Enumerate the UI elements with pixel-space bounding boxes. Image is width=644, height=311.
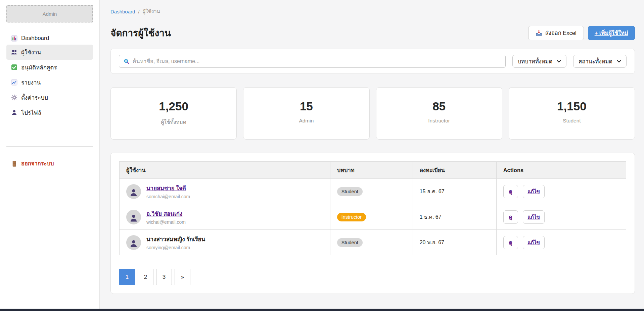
registered-date: 1 ธ.ค. 67 xyxy=(420,214,442,220)
sidebar-menu: Dashboard ผู้ใช้งาน อนุมัติหลักสูตร รายง… xyxy=(0,32,99,120)
avatar xyxy=(126,184,141,199)
inbox-tray-icon xyxy=(536,30,542,36)
status-filter-select[interactable]: สถานะทั้งหมด xyxy=(573,55,627,68)
page-header: จัดการผู้ใช้งาน ส่งออก Excel + เพิ่มผู้ใ… xyxy=(110,25,635,40)
door-icon xyxy=(11,160,17,167)
header-actions: ส่งออก Excel + เพิ่มผู้ใช้ใหม่ xyxy=(528,26,635,40)
pagination-page-3[interactable]: 3 xyxy=(156,269,172,285)
chevron-down-icon xyxy=(617,60,621,63)
user-email: somchai@email.com xyxy=(146,194,190,199)
stat-label: ผู้ใช้ทั้งหมด xyxy=(111,118,236,126)
add-user-button[interactable]: + เพิ่มผู้ใช้ใหม่ xyxy=(588,26,635,40)
column-header-user: ผู้ใช้งาน xyxy=(120,162,330,179)
table-row: นายสมชาย ใจดี somchai@email.com Student … xyxy=(120,179,626,204)
role-badge: Instructor xyxy=(337,213,366,221)
breadcrumb: Dashboard / ผู้ใช้งาน xyxy=(110,7,635,15)
user-cell: นางสาวสมหญิง รักเรียน somying@email.com xyxy=(126,235,323,250)
stat-value: 85 xyxy=(376,100,502,113)
table-row: อ.วิชัย สอนเก่ง wichai@email.com Instruc… xyxy=(120,204,626,230)
logout-link[interactable]: ออกจากระบบ xyxy=(6,159,93,168)
chevron-down-icon xyxy=(557,60,561,63)
add-user-label: + เพิ่มผู้ใช้ใหม่ xyxy=(595,29,628,37)
pagination-next[interactable]: » xyxy=(175,269,190,285)
pagination-page-2[interactable]: 2 xyxy=(138,269,153,285)
users-icon xyxy=(11,49,17,55)
search-input[interactable] xyxy=(133,58,501,64)
admin-logo-placeholder: Admin xyxy=(6,5,93,22)
export-excel-label: ส่งออก Excel xyxy=(545,29,577,37)
stat-label: Instructor xyxy=(376,118,502,124)
sidebar-item-label: รายงาน xyxy=(21,78,41,87)
users-table: ผู้ใช้งาน บทบาท ลงทะเบียน Actions xyxy=(119,161,626,255)
sidebar-item-label: อนุมัติหลักสูตร xyxy=(21,63,57,72)
breadcrumb-dashboard-link[interactable]: Dashboard xyxy=(110,9,135,14)
sidebar-item-label: Dashboard xyxy=(21,35,49,42)
pagination-page-1[interactable]: 1 xyxy=(119,269,135,285)
sidebar-item-users[interactable]: ผู้ใช้งาน xyxy=(6,45,93,60)
search-icon xyxy=(124,58,130,64)
table-header-row: ผู้ใช้งาน บทบาท ลงทะเบียน Actions xyxy=(120,162,626,179)
bottom-edge-bar xyxy=(0,309,644,311)
sidebar-item-label: ตั้งค่าระบบ xyxy=(21,93,48,102)
check-icon xyxy=(11,64,17,70)
stat-value: 1,250 xyxy=(111,100,236,113)
page-title: จัดการผู้ใช้งาน xyxy=(110,25,171,40)
stat-card-instructor: 85 Instructor xyxy=(376,87,502,140)
breadcrumb-current: ผู้ใช้งาน xyxy=(143,7,160,15)
sidebar-item-label: โปรไฟล์ xyxy=(21,108,41,117)
user-cell: นายสมชาย ใจดี somchai@email.com xyxy=(126,184,323,199)
person-icon xyxy=(11,109,17,116)
user-name-link[interactable]: อ.วิชัย สอนเก่ง xyxy=(146,209,186,218)
sidebar-item-settings[interactable]: ตั้งค่าระบบ xyxy=(6,90,93,105)
sidebar-item-label: ผู้ใช้งาน xyxy=(21,48,41,57)
user-name-link[interactable]: นายสมชาย ใจดี xyxy=(146,184,190,193)
pagination: 1 2 3 » xyxy=(119,269,626,285)
role-badge: Student xyxy=(337,187,363,196)
view-button[interactable]: ดู xyxy=(503,236,518,249)
chart-up-icon xyxy=(11,79,17,86)
app-window: Admin Dashboard ผู้ใช้งาน อนุมัติหลักสูต… xyxy=(0,0,644,309)
registered-date: 20 พ.ย. 67 xyxy=(420,240,444,245)
logout-label: ออกจากระบบ xyxy=(21,159,54,168)
role-badge: Student xyxy=(337,238,363,247)
column-header-registered: ลงทะเบียน xyxy=(413,162,496,179)
breadcrumb-separator: / xyxy=(138,9,139,14)
column-header-actions: Actions xyxy=(496,162,626,179)
stats-row: 1,250 ผู้ใช้ทั้งหมด 15 Admin 85 Instruct… xyxy=(110,87,635,140)
stat-card-admin: 15 Admin xyxy=(243,87,369,140)
avatar xyxy=(126,235,141,250)
sidebar: Admin Dashboard ผู้ใช้งาน อนุมัติหลักสูต… xyxy=(0,0,100,309)
stat-label: Student xyxy=(509,118,635,124)
main-content: Dashboard / ผู้ใช้งาน จัดการผู้ใช้งาน ส่… xyxy=(100,0,644,309)
sidebar-item-approve-courses[interactable]: อนุมัติหลักสูตร xyxy=(6,60,93,75)
avatar xyxy=(126,210,141,224)
user-cell: อ.วิชัย สอนเก่ง wichai@email.com xyxy=(126,209,323,225)
stat-label: Admin xyxy=(243,118,369,124)
filter-bar: บทบาททั้งหมด สถานะทั้งหมด xyxy=(110,49,635,74)
gear-icon xyxy=(11,94,17,101)
sidebar-item-reports[interactable]: รายงาน xyxy=(6,75,93,90)
user-email: somying@email.com xyxy=(146,245,205,250)
registered-date: 15 ธ.ค. 67 xyxy=(420,189,445,194)
export-excel-button[interactable]: ส่งออก Excel xyxy=(528,26,584,40)
role-filter-select[interactable]: บทบาททั้งหมด xyxy=(512,55,566,68)
edit-button[interactable]: แก้ไข xyxy=(523,236,545,249)
sidebar-item-profile[interactable]: โปรไฟล์ xyxy=(6,105,93,120)
stat-value: 1,150 xyxy=(509,100,635,113)
view-button[interactable]: ดู xyxy=(503,185,518,198)
status-filter-value: สถานะทั้งหมด xyxy=(579,57,612,66)
users-table-card: ผู้ใช้งาน บทบาท ลงทะเบียน Actions xyxy=(110,153,635,294)
column-header-role: บทบาท xyxy=(330,162,413,179)
sidebar-divider xyxy=(6,146,93,147)
user-name[interactable]: นางสาวสมหญิง รักเรียน xyxy=(146,235,205,244)
edit-button[interactable]: แก้ไข xyxy=(523,210,545,224)
table-row: นางสาวสมหญิง รักเรียน somying@email.com … xyxy=(120,230,626,255)
admin-logo-label: Admin xyxy=(43,11,57,17)
stat-card-student: 1,150 Student xyxy=(509,87,635,140)
user-email: wichai@email.com xyxy=(146,219,186,225)
view-button[interactable]: ดู xyxy=(503,210,518,224)
sidebar-item-dashboard[interactable]: Dashboard xyxy=(6,32,93,45)
edit-button[interactable]: แก้ไข xyxy=(523,185,545,198)
stat-card-total-users: 1,250 ผู้ใช้ทั้งหมด xyxy=(110,87,237,140)
role-filter-value: บทบาททั้งหมด xyxy=(518,57,552,66)
